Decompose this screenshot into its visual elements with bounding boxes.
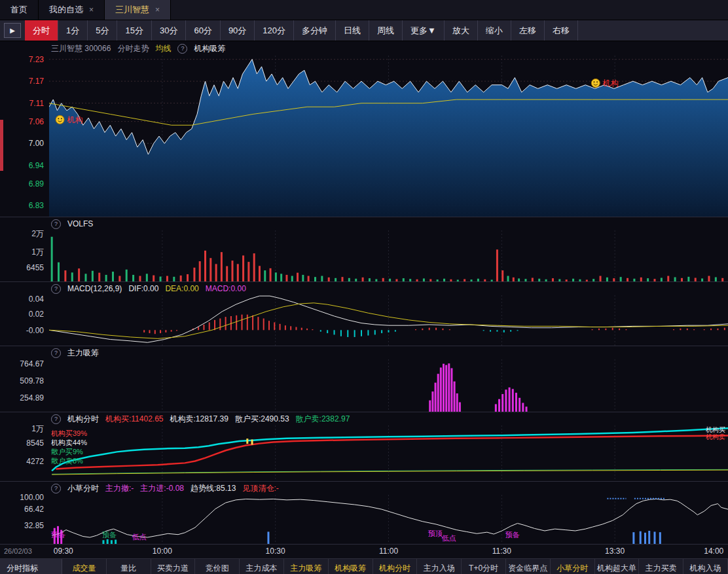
zhuli-jin-value: 主力进:-0.08 xyxy=(140,483,184,494)
panel-jigou-fenshi: ? 机构分时 机构买:11402.65 机构卖:12817.39 散户买:249… xyxy=(0,412,728,481)
macd-chart[interactable] xyxy=(49,295,728,346)
toolbar-period-button[interactable]: 多分钟 xyxy=(294,20,336,41)
retail-buy-value: 散户买:2490.53 xyxy=(235,414,289,425)
indicator-tab[interactable]: 主力成本 xyxy=(240,559,284,574)
toolbar-period-button[interactable]: 日线 xyxy=(336,20,369,41)
time-axis-row: 26/02/03 09:3010:0010:3011:0011:3013:301… xyxy=(0,544,728,558)
tab-bar: 首页 我的自选 × 三川智慧 × xyxy=(0,0,728,20)
tab-stock-sanchuan[interactable]: 三川智慧 × xyxy=(105,0,171,20)
indicator-tab[interactable]: 机构入场 xyxy=(683,559,728,574)
indicator-category-label[interactable]: 分时指标 xyxy=(0,559,62,574)
jigou-axis: 1万85454272 xyxy=(0,425,49,481)
indicator-tab[interactable]: 机构吸筹 xyxy=(329,559,373,574)
indicator-tab[interactable]: 主力吸筹 xyxy=(284,559,329,574)
ma-toggle[interactable]: 均线 xyxy=(155,43,171,54)
toolbar-period-button[interactable]: 60分 xyxy=(186,20,220,41)
xiaocao-chart[interactable]: 预备预备低点预顶低点预备 xyxy=(49,495,728,544)
axis-label: 509.78 xyxy=(20,376,44,386)
time-axis: 09:3010:0010:3011:0011:3013:3014:00 xyxy=(49,545,728,558)
indicator-items: 成交量量比买卖力道竞价图主力成本主力吸筹机构吸筹机构分时主力入场T+0分时资金临… xyxy=(62,559,728,574)
trend-line-value: 趋势线:85.13 xyxy=(191,483,236,494)
toolbar-period-button[interactable]: 1分 xyxy=(58,20,88,41)
toolbar-period-button[interactable]: 更多▼ xyxy=(403,20,445,41)
macd-axis: 0.040.02-0.00 xyxy=(0,295,49,346)
help-icon[interactable]: ? xyxy=(51,284,61,294)
overlay-indicator-label[interactable]: 机构吸筹 xyxy=(194,43,225,54)
chart-annotation: 预顶 xyxy=(428,529,443,537)
tab-watchlist[interactable]: 我的自选 × xyxy=(39,0,105,20)
help-icon[interactable]: ? xyxy=(51,484,61,493)
macd-panel-header: ? MACD(12,26,9) DIF:0.00 DEA:0.00 MACD:0… xyxy=(0,282,728,295)
indicator-tab[interactable]: 量比 xyxy=(107,559,151,574)
jigou-chart[interactable]: 机构买39% 机构卖44% 散户买9% 散户卖8% 机构买 机构卖 xyxy=(49,425,728,481)
axis-label: 7.11 xyxy=(29,99,44,108)
chart-annotation: 低点 xyxy=(441,534,456,542)
toolbar-period-button[interactable]: 90分 xyxy=(221,20,255,41)
indicator-tab[interactable]: 成交量 xyxy=(62,559,107,574)
help-icon[interactable]: ? xyxy=(51,219,61,229)
toolbar-period-button[interactable]: 120分 xyxy=(255,20,294,41)
app-window: 首页 我的自选 × 三川智慧 × ▶ 分时1分5分15分30分60分90分120… xyxy=(0,0,728,574)
indicator-tab[interactable]: T+0分时 xyxy=(462,559,506,574)
period-toolbar: ▶ 分时1分5分15分30分60分90分120分多分钟日线周线更多▼放大缩小左移… xyxy=(0,20,728,41)
toolbar-period-button[interactable]: 放大 xyxy=(445,20,478,41)
toolbar-period-button[interactable]: 分时 xyxy=(25,20,58,41)
jigou-title: 机构分时 xyxy=(67,414,99,425)
axis-label: 7.17 xyxy=(29,77,44,86)
svg-text:机构: 机构 xyxy=(602,79,619,88)
axis-label: 100.00 xyxy=(20,493,44,502)
indicator-tab[interactable]: 小草分时 xyxy=(551,559,595,574)
close-icon[interactable]: × xyxy=(89,5,94,14)
macd-dif-value: DIF:0.00 xyxy=(128,284,158,293)
toolbar-period-button[interactable]: 5分 xyxy=(88,20,117,41)
zhuli-axis: 764.67509.78254.89 xyxy=(0,359,49,412)
toolbar-period-button[interactable]: 缩小 xyxy=(478,20,511,41)
stock-title: 三川智慧 300066 xyxy=(51,43,111,54)
tab-home[interactable]: 首页 xyxy=(0,0,39,20)
panel-price: 三川智慧 300066 分时走势 均线 ? 机构吸筹 7.237.177.117… xyxy=(0,41,728,217)
date-label: 26/02/03 xyxy=(0,545,49,558)
xiaocao-panel-header: ? 小草分时 主力撤:- 主力进:-0.08 趋势线:85.13 见顶清仓:- xyxy=(0,482,728,495)
institution-badge: 机构 xyxy=(56,115,83,124)
price-chart[interactable]: 机构机构 xyxy=(49,56,728,217)
macd-title: MACD(12,26,9) xyxy=(67,284,122,293)
zhuli-chart[interactable] xyxy=(49,359,728,412)
indicator-tab[interactable]: 机构超大单 xyxy=(595,559,640,574)
volume-panel-header: ? VOLFS xyxy=(0,217,728,230)
left-accent-bar[interactable] xyxy=(0,120,3,171)
play-icon-button[interactable]: ▶ xyxy=(4,23,21,38)
indicator-tab[interactable]: 资金临界点 xyxy=(506,559,551,574)
zhuli-panel-header: ? 主力吸筹 xyxy=(0,346,728,359)
help-icon[interactable]: ? xyxy=(51,414,61,424)
zhuli-che-value: 主力撤:- xyxy=(105,483,134,494)
indicator-tab[interactable]: 买卖力道 xyxy=(151,559,196,574)
top-clear-value: 见顶清仓:- xyxy=(242,483,278,494)
axis-label: 32.85 xyxy=(24,521,44,530)
toolbar-period-button[interactable]: 30分 xyxy=(152,20,186,41)
volume-chart[interactable] xyxy=(49,230,728,281)
jigou-sell-value: 机构卖:12817.39 xyxy=(170,414,228,425)
chart-panels: 三川智慧 300066 分时走势 均线 ? 机构吸筹 7.237.177.117… xyxy=(0,41,728,544)
zhuli-title: 主力吸筹 xyxy=(67,348,99,359)
help-icon[interactable]: ? xyxy=(51,348,61,358)
indicator-tab[interactable]: 竞价图 xyxy=(195,559,240,574)
axis-label: 0.04 xyxy=(29,295,44,304)
axis-label: -0.00 xyxy=(26,326,44,335)
view-label[interactable]: 分时走势 xyxy=(117,43,149,54)
axis-label: 2万 xyxy=(31,229,44,238)
help-icon[interactable]: ? xyxy=(177,44,187,54)
indicator-tab[interactable]: 机构分时 xyxy=(373,559,418,574)
indicator-tab[interactable]: 主力买卖 xyxy=(639,559,683,574)
indicator-tab[interactable]: 主力入场 xyxy=(417,559,462,574)
toolbar-period-button[interactable]: 周线 xyxy=(369,20,403,41)
axis-label: 1万 xyxy=(31,247,44,257)
time-label: 14:00 xyxy=(704,545,723,558)
close-icon[interactable]: × xyxy=(155,5,160,14)
axis-label: 254.89 xyxy=(20,393,44,403)
toolbar-period-button[interactable]: 15分 xyxy=(117,20,151,41)
macd-macd-value: MACD:0.00 xyxy=(206,284,246,293)
panel-xiaocao-fenshi: ? 小草分时 主力撤:- 主力进:-0.08 趋势线:85.13 见顶清仓:- … xyxy=(0,481,728,544)
toolbar-period-button[interactable]: 左移 xyxy=(511,20,545,41)
toolbar-period-button[interactable]: 右移 xyxy=(545,20,578,41)
axis-label: 1万 xyxy=(31,424,44,433)
